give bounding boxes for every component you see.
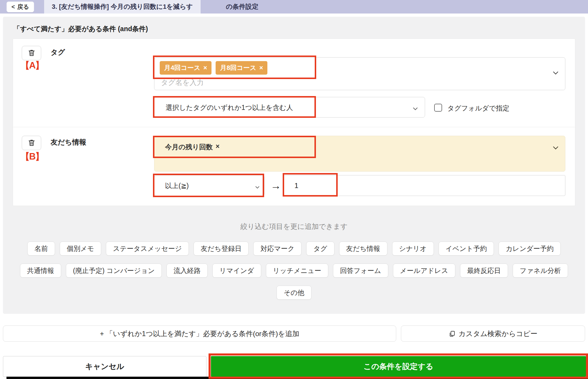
tag-condition-label: タグ xyxy=(51,48,65,57)
chip-remove-icon[interactable]: × xyxy=(216,142,219,152)
filter-add-button[interactable]: 対応マーク xyxy=(253,242,302,256)
friend-info-chip: 今月の残り回数 × xyxy=(165,142,220,152)
step-title-chip: 3. [友だち情報操作] 今月の残り回数に1を減らす xyxy=(44,0,201,14)
filter-buttons-row-2: 共通情報(廃止予定) コンバージョン流入経路リマインダリッチメニュー回答フォーム… xyxy=(3,264,585,278)
page-title-suffix: の条件設定 xyxy=(226,0,259,14)
copy-from-custom-search-button[interactable]: カスタム検索からコピー xyxy=(401,326,585,342)
cancel-button[interactable]: キャンセル xyxy=(3,356,206,377)
filter-add-button[interactable]: タグ xyxy=(306,242,334,256)
filter-add-button[interactable]: その他 xyxy=(276,286,311,300)
friend-info-select[interactable]: 今月の残り回数 × xyxy=(154,136,565,172)
condition-settings-screen: < 戻る 3. [友だち情報操作] 今月の残り回数に1を減らす の条件設定 「す… xyxy=(0,0,588,379)
chevron-left-icon: < xyxy=(11,4,15,10)
chip-remove-icon[interactable]: × xyxy=(259,64,263,72)
tag-chip[interactable]: 月8回コース × xyxy=(216,61,267,75)
tag-name-input[interactable] xyxy=(160,77,309,88)
filter-add-button[interactable]: メールアドレス xyxy=(393,264,455,278)
add-or-condition-label: + 「いずれか1つ以上を満たす」必要がある条件(or条件)を追加 xyxy=(100,329,299,338)
tag-chip-label: 月4回コース xyxy=(164,63,200,72)
add-or-condition-button[interactable]: + 「いずれか1つ以上を満たす」必要がある条件(or条件)を追加 xyxy=(3,326,396,342)
operator-select[interactable]: 以上(≧) xyxy=(154,175,264,196)
filter-buttons-row-3: その他 xyxy=(3,286,585,300)
friend-info-condition-label: 友だち情報 xyxy=(51,137,86,147)
copy-from-custom-search-label: カスタム検索からコピー xyxy=(459,329,538,338)
condition-card: タグ 【A】 月4回コース × 月8回コース × xyxy=(13,38,575,206)
condition-value-input[interactable] xyxy=(284,175,565,196)
filter-add-button[interactable]: 友だち情報 xyxy=(339,242,387,256)
chevron-down-icon xyxy=(413,106,418,111)
arrow-right-icon: → xyxy=(268,175,284,196)
filter-add-button[interactable]: 名前 xyxy=(27,242,55,256)
filter-add-button[interactable]: ステータスメッセージ xyxy=(106,242,189,256)
marker-a: 【A】 xyxy=(21,59,44,72)
filter-add-button[interactable]: 友だち登録日 xyxy=(194,242,249,256)
confirm-button-label: この条件を設定する xyxy=(364,361,433,372)
confirm-condition-button[interactable]: この条件を設定する xyxy=(211,356,586,377)
operator-selected-option: 以上(≧) xyxy=(165,175,189,196)
tag-match-select[interactable]: 選択したタグのいずれか1つ以上を含む人 xyxy=(154,97,425,118)
marker-b: 【B】 xyxy=(21,150,44,163)
chip-remove-icon[interactable]: × xyxy=(203,64,207,72)
step-title: 3. [友だち情報操作] 今月の残り回数に1を減らす xyxy=(52,2,193,11)
chevron-down-icon xyxy=(553,71,559,76)
chevron-down-icon xyxy=(553,145,559,151)
friend-info-chip-label: 今月の残り回数 xyxy=(165,142,213,152)
add-filter-hint: 絞り込む項目を更に追加できます xyxy=(3,222,585,231)
delete-friend-info-condition-button[interactable] xyxy=(22,136,41,150)
filter-add-button[interactable]: 共通情報 xyxy=(20,264,61,278)
tag-folder-checkbox-label: タグフォルダで指定 xyxy=(447,104,509,112)
filter-add-button[interactable]: (廃止予定) コンバージョン xyxy=(66,264,162,278)
filter-add-button[interactable]: カレンダー予約 xyxy=(499,242,561,256)
back-button[interactable]: < 戻る xyxy=(6,1,34,12)
filter-add-button[interactable]: ファネル分析 xyxy=(513,264,568,278)
tag-chip-list: 月4回コース × 月8回コース × xyxy=(160,61,267,75)
tag-chip-label: 月8回コース xyxy=(220,63,256,72)
filter-add-button[interactable]: イベント予約 xyxy=(439,242,494,256)
filter-buttons-row-1: 名前個別メモステータスメッセージ友だち登録日対応マークタグ友だち情報シナリオイベ… xyxy=(3,242,585,256)
filter-add-button[interactable]: リマインダ xyxy=(212,264,261,278)
bottom-edge-divider xyxy=(6,377,588,379)
chevron-down-icon xyxy=(255,185,259,190)
tag-match-selected-option: 選択したタグのいずれか1つ以上を含む人 xyxy=(166,97,293,118)
back-button-label: 戻る xyxy=(17,3,29,11)
filter-add-button[interactable]: 最終反応日 xyxy=(460,264,508,278)
trash-icon xyxy=(28,139,36,147)
filter-add-button[interactable]: 個別メモ xyxy=(60,242,101,256)
condition-panel: 「すべて満たす」必要がある条件 (and条件) タグ 【A】 月4回コース xyxy=(3,17,585,314)
filter-add-button[interactable]: 回答フォーム xyxy=(333,264,388,278)
delete-tag-condition-button[interactable] xyxy=(22,46,41,60)
row-divider xyxy=(13,127,575,127)
filter-add-button[interactable]: シナリオ xyxy=(392,242,434,256)
tag-chip[interactable]: 月4回コース × xyxy=(160,61,211,75)
trash-icon xyxy=(28,49,36,58)
tag-folder-checkbox[interactable] xyxy=(434,104,442,112)
cancel-button-label: キャンセル xyxy=(85,361,124,372)
filter-add-button[interactable]: リッチメニュー xyxy=(266,264,328,278)
and-condition-header: 「すべて満たす」必要がある条件 (and条件) xyxy=(13,24,148,33)
filter-add-button[interactable]: 流入経路 xyxy=(166,264,208,278)
copy-icon xyxy=(449,330,456,337)
tag-multiselect[interactable]: 月4回コース × 月8回コース × xyxy=(154,57,565,90)
